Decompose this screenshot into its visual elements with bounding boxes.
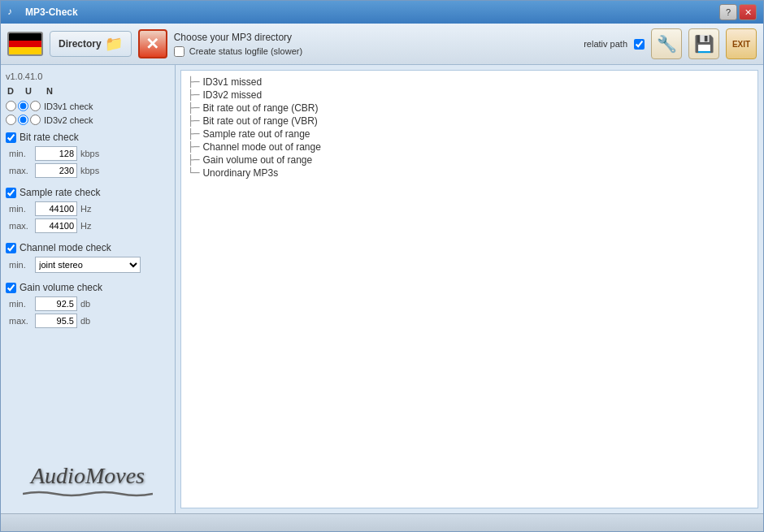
gain-volume-label[interactable]: Gain volume check	[20, 282, 102, 293]
main-content: v1.0.41.0 D U N ID3v1 check ID3v2 check	[1, 65, 763, 513]
window-title: MP3-Check	[25, 6, 78, 18]
tree-item-label: ID3v2 missed	[202, 89, 262, 101]
id3v2-radio-n[interactable]	[30, 115, 41, 125]
channel-mode-min-label: min.	[9, 260, 32, 270]
content-panel[interactable]: ├─ ID3v1 missed ├─ ID3v2 missed ├─ Bit r…	[180, 70, 758, 508]
col-u: U	[25, 86, 43, 96]
exit-button[interactable]: EXIT	[726, 28, 757, 59]
toolbar-info-bottom: Create status logfile (slower)	[174, 46, 578, 57]
id3v2-label: ID3v2 check	[44, 115, 93, 125]
save-button[interactable]: 💾	[688, 28, 719, 59]
gain-volume-max-label: max.	[9, 316, 32, 326]
gain-volume-section: Gain volume check min. db max. db	[6, 282, 170, 331]
gain-volume-header: Gain volume check	[6, 282, 170, 293]
tree-item-label: Unordinary MP3s	[202, 167, 278, 179]
gain-volume-min-input[interactable]	[35, 296, 77, 311]
toolbar-right: relativ path 🔧 💾 EXIT	[584, 28, 757, 59]
channel-mode-label[interactable]: Channel mode check	[20, 242, 111, 253]
cancel-button[interactable]: ✕	[138, 29, 167, 58]
id3v1-radio-u[interactable]	[18, 101, 28, 111]
language-flag-button[interactable]	[7, 32, 43, 56]
sample-rate-max-label: max.	[9, 221, 32, 231]
sample-rate-max-row: max. Hz	[6, 218, 170, 233]
bit-rate-label[interactable]: Bit rate check	[20, 132, 79, 143]
create-logfile-checkbox[interactable]	[174, 46, 184, 57]
sample-rate-min-row: min. Hz	[6, 201, 170, 216]
gain-volume-min-label: min.	[9, 299, 32, 309]
tree-item-label: Channel mode out of range	[202, 141, 320, 153]
channel-mode-header: Channel mode check	[6, 242, 170, 253]
gain-volume-min-unit: db	[80, 299, 90, 309]
gain-volume-max-input[interactable]	[35, 314, 77, 328]
toolbar-info: Choose your MP3 directory Create status …	[174, 32, 578, 57]
bit-rate-header: Bit rate check	[6, 132, 170, 143]
exit-label: EXIT	[732, 40, 750, 49]
status-bar	[1, 513, 763, 531]
id3v1-row: ID3v1 check	[6, 101, 170, 111]
create-logfile-label[interactable]: Create status logfile (slower)	[189, 46, 302, 56]
sample-rate-label[interactable]: Sample rate check	[20, 187, 100, 198]
channel-mode-section: Channel mode check min. joint stereo ste…	[6, 242, 170, 275]
flag-gold	[9, 47, 41, 54]
tree-connector: ├─	[188, 89, 199, 101]
sample-rate-min-input[interactable]	[35, 201, 77, 216]
settings-button[interactable]: 🔧	[651, 28, 682, 59]
tree-item-unordinary[interactable]: └─ Unordinary MP3s	[184, 167, 754, 179]
tree-item-id3v2-missed[interactable]: ├─ ID3v2 missed	[184, 89, 754, 102]
title-bar-left: ♪ MP3-Check	[7, 6, 78, 19]
tree-item-label: Bit rate out of range (VBR)	[202, 115, 317, 127]
gain-volume-max-row: max. db	[6, 314, 170, 328]
bit-rate-min-row: min. kbps	[6, 146, 170, 161]
tree-item-id3v1-missed[interactable]: ├─ ID3v1 missed	[184, 76, 754, 89]
tree-connector: ├─	[188, 154, 199, 166]
id3v2-radio-u[interactable]	[18, 115, 28, 125]
toolbar: Directory 📁 ✕ Choose your MP3 directory …	[1, 24, 763, 65]
bit-rate-min-input[interactable]	[35, 146, 77, 161]
id3v2-radio-d[interactable]	[6, 115, 16, 125]
gain-volume-checkbox[interactable]	[6, 283, 16, 293]
sample-rate-max-input[interactable]	[35, 218, 77, 233]
sample-rate-checkbox[interactable]	[6, 188, 16, 198]
col-d: D	[7, 86, 25, 96]
tree-connector: ├─	[188, 115, 199, 127]
title-bar: ♪ MP3-Check ? ✕	[1, 1, 763, 24]
tree-item-channel-mode[interactable]: ├─ Channel mode out of range	[184, 141, 754, 154]
bit-rate-max-label: max.	[9, 166, 32, 175]
tree-item-bit-rate-vbr[interactable]: ├─ Bit rate out of range (VBR)	[184, 115, 754, 128]
id3v2-row: ID3v2 check	[6, 115, 170, 125]
bit-rate-max-input[interactable]	[35, 163, 77, 178]
tree-item-bit-rate-cbr[interactable]: ├─ Bit rate out of range (CBR)	[184, 102, 754, 115]
id3v1-radio-d[interactable]	[6, 101, 16, 111]
bit-rate-checkbox[interactable]	[6, 132, 16, 143]
tree-connector: ├─	[188, 141, 199, 153]
sample-rate-min-unit: Hz	[80, 204, 91, 214]
gain-volume-min-row: min. db	[6, 296, 170, 311]
sample-rate-section: Sample rate check min. Hz max. Hz	[6, 187, 170, 236]
bit-rate-max-row: max. kbps	[6, 163, 170, 178]
channel-mode-select[interactable]: joint stereo stereo mono dual channel	[35, 257, 141, 273]
bit-rate-section: Bit rate check min. kbps max. kbps	[6, 132, 170, 180]
id3v1-label: ID3v1 check	[44, 102, 93, 111]
tree-item-gain-volume[interactable]: ├─ Gain volume out of range	[184, 154, 754, 167]
close-button[interactable]: ✕	[739, 4, 757, 20]
relativ-path-label: relativ path	[584, 39, 627, 49]
channel-mode-checkbox[interactable]	[6, 243, 16, 253]
sidebar: v1.0.41.0 D U N ID3v1 check ID3v2 check	[1, 65, 176, 513]
tree-item-sample-rate[interactable]: ├─ Sample rate out of range	[184, 128, 754, 141]
directory-button[interactable]: Directory 📁	[50, 31, 132, 57]
id3v1-radio-n[interactable]	[30, 101, 41, 111]
tree-connector: ├─	[188, 102, 199, 114]
relativ-path-checkbox[interactable]	[634, 39, 645, 50]
sample-rate-max-unit: Hz	[80, 221, 91, 231]
help-button[interactable]: ?	[719, 4, 737, 20]
tree-item-label: Bit rate out of range (CBR)	[202, 102, 318, 114]
sample-rate-header: Sample rate check	[6, 187, 170, 198]
sample-rate-min-label: min.	[9, 204, 32, 214]
tree-connector: └─	[188, 167, 199, 179]
choose-mp3-label: Choose your MP3 directory	[174, 32, 578, 43]
save-icon: 💾	[694, 34, 714, 54]
tree-connector: ├─	[188, 76, 199, 88]
channel-mode-dropdown-row: min. joint stereo stereo mono dual chann…	[6, 257, 170, 273]
tree-item-label: ID3v1 missed	[202, 76, 262, 88]
tree-item-label: Sample rate out of range	[202, 128, 310, 140]
